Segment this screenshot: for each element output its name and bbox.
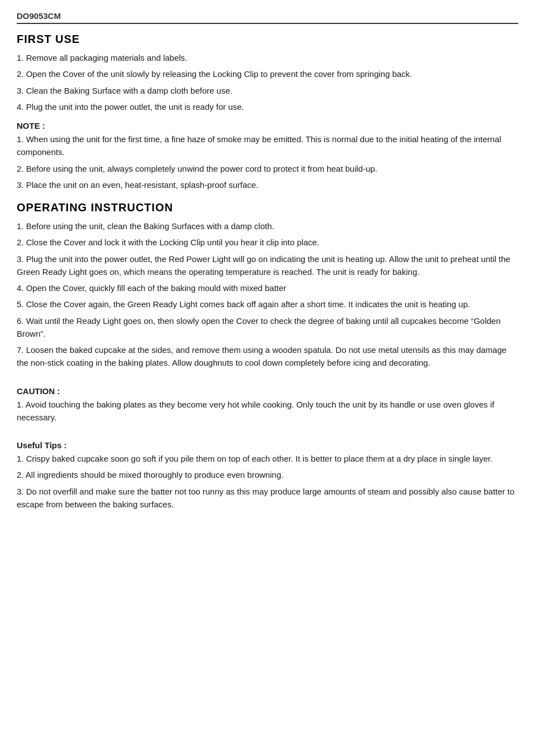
- caution-label: CAUTION :: [17, 386, 518, 396]
- tips-item-1: 1. Crispy baked cupcake soon go soft if …: [17, 452, 518, 465]
- document-id: DO9053CM: [17, 11, 61, 21]
- first-use-item-3: 3. Clean the Baking Surface with a damp …: [17, 84, 518, 97]
- first-use-item-4: 4. Plug the unit into the power outlet, …: [17, 100, 518, 113]
- operating-item-4: 4. Open the Cover, quickly fill each of …: [17, 282, 518, 294]
- first-use-item-1: 1. Remove all packaging materials and la…: [17, 51, 518, 64]
- operating-instruction-section: OPERATING INSTRUCTION 1. Before using th…: [17, 201, 518, 370]
- note-item-1: 1. When using the unit for the first tim…: [17, 133, 518, 159]
- note-item-3: 3. Place the unit on an even, heat-resis…: [17, 178, 518, 191]
- operating-item-5: 5. Close the Cover again, the Green Read…: [17, 298, 518, 311]
- document-header: DO9053CM: [17, 11, 518, 24]
- caution-section: CAUTION : 1. Avoid touching the baking p…: [17, 373, 518, 424]
- tips-item-3: 3. Do not overfill and make sure the bat…: [17, 485, 518, 511]
- operating-item-2: 2. Close the Cover and lock it with the …: [17, 236, 518, 249]
- note-item-2: 2. Before using the unit, always complet…: [17, 162, 518, 175]
- useful-tips-section: Useful Tips : 1. Crispy baked cupcake so…: [17, 427, 518, 511]
- first-use-item-2: 2. Open the Cover of the unit slowly by …: [17, 67, 518, 80]
- note-label: NOTE :: [17, 121, 518, 130]
- caution-item-1: 1. Avoid touching the baking plates as t…: [17, 398, 518, 424]
- useful-tips-label: Useful Tips :: [17, 440, 518, 450]
- operating-item-3: 3. Plug the unit into the power outlet, …: [17, 253, 518, 279]
- first-use-title: FIRST USE: [17, 33, 518, 46]
- operating-instruction-title: OPERATING INSTRUCTION: [17, 201, 518, 214]
- operating-item-7: 7. Loosen the baked cupcake at the sides…: [17, 343, 518, 370]
- note-section: NOTE : 1. When using the unit for the fi…: [17, 121, 518, 191]
- tips-item-2: 2. All ingredients should be mixed thoro…: [17, 468, 518, 481]
- operating-item-1: 1. Before using the unit, clean the Baki…: [17, 220, 518, 232]
- operating-item-6: 6. Wait until the Ready Light goes on, t…: [17, 314, 518, 341]
- first-use-section: FIRST USE 1. Remove all packaging materi…: [17, 33, 518, 113]
